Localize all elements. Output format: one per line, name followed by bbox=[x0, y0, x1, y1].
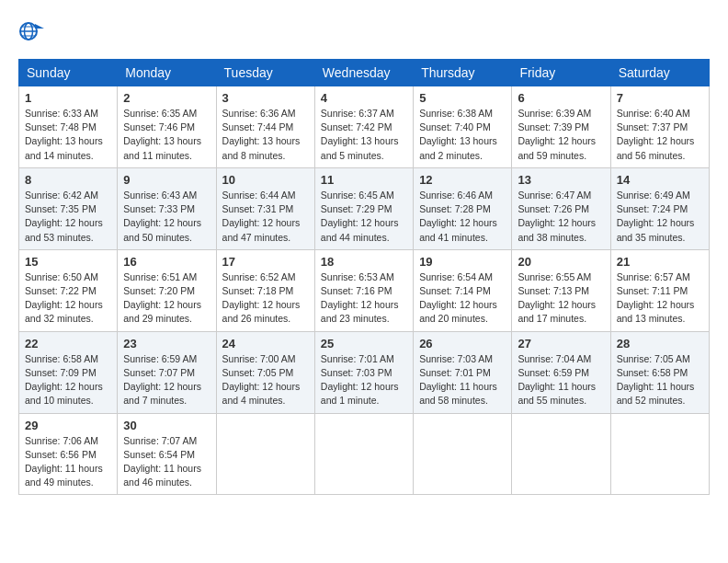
day-info: Sunrise: 6:59 AMSunset: 7:07 PMDaylight:… bbox=[123, 352, 210, 408]
calendar-cell: 26Sunrise: 7:03 AMSunset: 7:01 PMDayligh… bbox=[414, 331, 512, 413]
day-info: Sunrise: 6:39 AMSunset: 7:39 PMDaylight:… bbox=[518, 107, 604, 163]
day-number: 18 bbox=[321, 255, 407, 269]
day-number: 28 bbox=[617, 337, 703, 350]
calendar-cell: 20Sunrise: 6:55 AMSunset: 7:13 PMDayligh… bbox=[512, 249, 610, 331]
calendar-cell: 29Sunrise: 7:06 AMSunset: 6:56 PMDayligh… bbox=[19, 413, 118, 495]
day-info: Sunrise: 6:42 AMSunset: 7:35 PMDaylight:… bbox=[25, 189, 111, 245]
day-info: Sunrise: 6:35 AMSunset: 7:46 PMDaylight:… bbox=[123, 107, 210, 163]
day-info: Sunrise: 6:53 AMSunset: 7:16 PMDaylight:… bbox=[321, 270, 407, 327]
weekday-header: Friday bbox=[512, 60, 610, 86]
day-number: 16 bbox=[123, 255, 210, 269]
calendar-cell: 13Sunrise: 6:47 AMSunset: 7:26 PMDayligh… bbox=[512, 167, 610, 249]
day-number: 30 bbox=[123, 419, 210, 432]
day-number: 26 bbox=[419, 337, 506, 350]
calendar-cell bbox=[610, 413, 709, 495]
day-number: 12 bbox=[419, 173, 506, 187]
day-info: Sunrise: 6:45 AMSunset: 7:29 PMDaylight:… bbox=[321, 189, 407, 245]
calendar-cell: 15Sunrise: 6:50 AMSunset: 7:22 PMDayligh… bbox=[19, 249, 118, 331]
calendar-cell: 12Sunrise: 6:46 AMSunset: 7:28 PMDayligh… bbox=[414, 167, 512, 249]
weekday-header: Monday bbox=[118, 60, 216, 86]
calendar-cell: 27Sunrise: 7:04 AMSunset: 6:59 PMDayligh… bbox=[512, 331, 610, 413]
day-info: Sunrise: 6:49 AMSunset: 7:24 PMDaylight:… bbox=[617, 189, 703, 245]
weekday-header: Tuesday bbox=[216, 60, 314, 86]
day-info: Sunrise: 7:01 AMSunset: 7:03 PMDaylight:… bbox=[321, 352, 407, 408]
weekday-header: Thursday bbox=[414, 60, 512, 86]
calendar-cell: 9Sunrise: 6:43 AMSunset: 7:33 PMDaylight… bbox=[118, 167, 216, 249]
calendar-week-row: 29Sunrise: 7:06 AMSunset: 6:56 PMDayligh… bbox=[19, 413, 710, 495]
calendar-cell: 4Sunrise: 6:37 AMSunset: 7:42 PMDaylight… bbox=[314, 86, 413, 168]
day-number: 25 bbox=[321, 337, 407, 350]
day-number: 27 bbox=[518, 337, 604, 350]
day-number: 15 bbox=[25, 255, 111, 269]
calendar-cell: 6Sunrise: 6:39 AMSunset: 7:39 PMDaylight… bbox=[512, 86, 610, 168]
weekday-header: Wednesday bbox=[314, 60, 413, 86]
day-info: Sunrise: 6:46 AMSunset: 7:28 PMDaylight:… bbox=[419, 189, 506, 245]
logo-icon bbox=[18, 18, 44, 44]
calendar-cell: 7Sunrise: 6:40 AMSunset: 7:37 PMDaylight… bbox=[610, 86, 709, 168]
calendar-cell bbox=[216, 413, 314, 495]
day-number: 19 bbox=[419, 255, 506, 269]
day-info: Sunrise: 7:05 AMSunset: 6:58 PMDaylight:… bbox=[617, 352, 703, 408]
calendar-cell: 2Sunrise: 6:35 AMSunset: 7:46 PMDaylight… bbox=[118, 86, 216, 168]
calendar-cell: 14Sunrise: 6:49 AMSunset: 7:24 PMDayligh… bbox=[610, 167, 709, 249]
calendar-cell: 17Sunrise: 6:52 AMSunset: 7:18 PMDayligh… bbox=[216, 249, 314, 331]
day-info: Sunrise: 6:54 AMSunset: 7:14 PMDaylight:… bbox=[419, 270, 506, 327]
day-number: 20 bbox=[518, 255, 604, 269]
day-number: 1 bbox=[25, 91, 111, 105]
day-number: 17 bbox=[222, 255, 309, 269]
calendar-week-row: 8Sunrise: 6:42 AMSunset: 7:35 PMDaylight… bbox=[19, 167, 710, 249]
calendar-cell: 22Sunrise: 6:58 AMSunset: 7:09 PMDayligh… bbox=[19, 331, 118, 413]
day-number: 21 bbox=[617, 255, 703, 269]
calendar-cell: 11Sunrise: 6:45 AMSunset: 7:29 PMDayligh… bbox=[314, 167, 413, 249]
weekday-header: Sunday bbox=[19, 60, 118, 86]
calendar-cell: 30Sunrise: 7:07 AMSunset: 6:54 PMDayligh… bbox=[118, 413, 216, 495]
calendar-week-row: 1Sunrise: 6:33 AMSunset: 7:48 PMDaylight… bbox=[19, 86, 710, 168]
weekday-header: Saturday bbox=[610, 60, 709, 86]
day-number: 24 bbox=[222, 337, 309, 350]
day-info: Sunrise: 6:57 AMSunset: 7:11 PMDaylight:… bbox=[617, 270, 703, 327]
calendar-cell: 25Sunrise: 7:01 AMSunset: 7:03 PMDayligh… bbox=[314, 331, 413, 413]
day-info: Sunrise: 6:50 AMSunset: 7:22 PMDaylight:… bbox=[25, 270, 111, 327]
calendar-cell bbox=[414, 413, 512, 495]
day-number: 11 bbox=[321, 173, 407, 187]
day-number: 2 bbox=[123, 91, 210, 105]
calendar-week-row: 15Sunrise: 6:50 AMSunset: 7:22 PMDayligh… bbox=[19, 249, 710, 331]
day-number: 23 bbox=[123, 337, 210, 350]
day-info: Sunrise: 6:36 AMSunset: 7:44 PMDaylight:… bbox=[222, 107, 309, 163]
calendar-week-row: 22Sunrise: 6:58 AMSunset: 7:09 PMDayligh… bbox=[19, 331, 710, 413]
day-number: 5 bbox=[419, 91, 506, 105]
calendar-cell: 10Sunrise: 6:44 AMSunset: 7:31 PMDayligh… bbox=[216, 167, 314, 249]
day-number: 4 bbox=[321, 91, 407, 105]
calendar-cell: 8Sunrise: 6:42 AMSunset: 7:35 PMDaylight… bbox=[19, 167, 118, 249]
day-info: Sunrise: 6:33 AMSunset: 7:48 PMDaylight:… bbox=[25, 107, 111, 163]
day-info: Sunrise: 6:37 AMSunset: 7:42 PMDaylight:… bbox=[321, 107, 407, 163]
calendar-cell: 28Sunrise: 7:05 AMSunset: 6:58 PMDayligh… bbox=[610, 331, 709, 413]
day-info: Sunrise: 6:43 AMSunset: 7:33 PMDaylight:… bbox=[123, 189, 210, 245]
day-number: 10 bbox=[222, 173, 309, 187]
day-number: 13 bbox=[518, 173, 604, 187]
day-info: Sunrise: 6:40 AMSunset: 7:37 PMDaylight:… bbox=[617, 107, 703, 163]
calendar-cell: 5Sunrise: 6:38 AMSunset: 7:40 PMDaylight… bbox=[414, 86, 512, 168]
logo bbox=[18, 18, 48, 44]
calendar-cell bbox=[512, 413, 610, 495]
day-info: Sunrise: 7:07 AMSunset: 6:54 PMDaylight:… bbox=[123, 434, 210, 490]
calendar-cell: 1Sunrise: 6:33 AMSunset: 7:48 PMDaylight… bbox=[19, 86, 118, 168]
day-number: 3 bbox=[222, 91, 309, 105]
day-number: 7 bbox=[617, 91, 703, 105]
day-info: Sunrise: 7:03 AMSunset: 7:01 PMDaylight:… bbox=[419, 352, 506, 408]
day-info: Sunrise: 7:04 AMSunset: 6:59 PMDaylight:… bbox=[518, 352, 604, 408]
day-info: Sunrise: 6:38 AMSunset: 7:40 PMDaylight:… bbox=[419, 107, 506, 163]
calendar-cell: 23Sunrise: 6:59 AMSunset: 7:07 PMDayligh… bbox=[118, 331, 216, 413]
day-info: Sunrise: 6:44 AMSunset: 7:31 PMDaylight:… bbox=[222, 189, 309, 245]
calendar-cell: 21Sunrise: 6:57 AMSunset: 7:11 PMDayligh… bbox=[610, 249, 709, 331]
day-info: Sunrise: 7:00 AMSunset: 7:05 PMDaylight:… bbox=[222, 352, 309, 408]
day-number: 14 bbox=[617, 173, 703, 187]
svg-marker-6 bbox=[35, 24, 44, 29]
calendar-cell: 19Sunrise: 6:54 AMSunset: 7:14 PMDayligh… bbox=[414, 249, 512, 331]
day-info: Sunrise: 6:47 AMSunset: 7:26 PMDaylight:… bbox=[518, 189, 604, 245]
calendar-table: SundayMondayTuesdayWednesdayThursdayFrid… bbox=[18, 59, 710, 495]
day-info: Sunrise: 6:58 AMSunset: 7:09 PMDaylight:… bbox=[25, 352, 111, 408]
calendar-header-row: SundayMondayTuesdayWednesdayThursdayFrid… bbox=[19, 60, 710, 86]
day-info: Sunrise: 6:51 AMSunset: 7:20 PMDaylight:… bbox=[123, 270, 210, 327]
day-number: 22 bbox=[25, 337, 111, 350]
